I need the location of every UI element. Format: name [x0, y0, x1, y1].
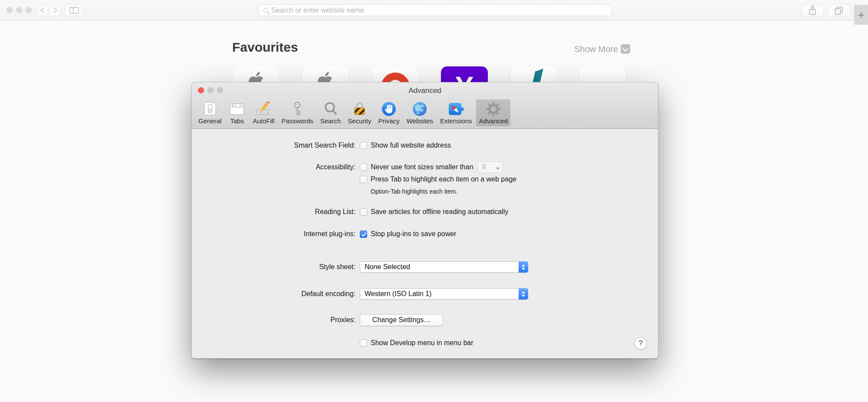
checkbox-label[interactable]: Show Develop menu in menu bar — [371, 339, 473, 347]
checkbox-show-develop-menu[interactable] — [360, 339, 367, 347]
help-button[interactable]: ? — [635, 337, 647, 349]
checkbox-label[interactable]: Press Tab to highlight each item on a we… — [371, 175, 516, 183]
selected-value: Western (ISO Latin 1) — [365, 290, 431, 298]
tab-security[interactable]: Security — [345, 99, 374, 126]
tab-label: Advanced — [479, 117, 508, 125]
tab-search[interactable]: Search — [318, 99, 344, 126]
magnifier-icon — [322, 101, 339, 117]
accessibility-note-row: Option-Tab highlights each item. — [192, 187, 658, 196]
field-label: Default encoding: — [192, 290, 355, 298]
address-bar[interactable] — [259, 4, 612, 16]
reading-list-row: Reading List: Save articles for offline … — [192, 206, 658, 217]
forward-button[interactable] — [49, 4, 61, 16]
field-label: Smart Search Field: — [192, 142, 355, 149]
back-button[interactable] — [36, 4, 48, 16]
tab-tabs[interactable]: Tabs — [226, 99, 248, 126]
autofill-icon — [255, 101, 272, 117]
option-tab-note: Option-Tab highlights each item. — [371, 188, 457, 195]
window-close-button[interactable] — [7, 7, 13, 13]
share-icon — [808, 5, 817, 16]
share-button[interactable] — [801, 4, 824, 16]
selected-value: None Selected — [365, 263, 410, 271]
preferences-window: Advanced General — [191, 82, 658, 359]
accessibility-row-tab: Press Tab to highlight each item on a we… — [192, 174, 658, 185]
checkbox-label[interactable]: Stop plug-ins to save power — [371, 230, 456, 238]
field-label: Internet plug-ins: — [192, 230, 355, 238]
preferences-titlebar: Advanced General — [192, 82, 658, 129]
tabs-icon — [228, 101, 246, 117]
checkbox-label[interactable]: Never use font sizes smaller than — [371, 163, 473, 171]
browser-toolbar: + — [0, 0, 868, 20]
develop-menu-row: Show Develop menu in menu bar — [192, 337, 658, 349]
forward-icon — [52, 7, 57, 13]
plus-icon: + — [858, 8, 864, 22]
gear-icon — [485, 101, 502, 117]
sidebar-toggle-button[interactable] — [65, 4, 83, 16]
show-more-button[interactable]: Show More — [574, 44, 618, 54]
tab-label: AutoFill — [253, 117, 274, 125]
key-icon — [289, 101, 306, 117]
tab-passwords[interactable]: Passwords — [279, 99, 316, 126]
field-label: Proxies: — [192, 316, 355, 324]
encoding-row: Default encoding: Western (ISO Latin 1) — [192, 288, 658, 300]
puzzle-icon — [447, 101, 465, 117]
preferences-tab-bar: General Tabs — [196, 99, 510, 126]
tab-extensions[interactable]: Extensions — [437, 99, 474, 126]
checkbox-stop-plugins[interactable] — [360, 231, 367, 238]
plugins-row: Internet plug-ins: Stop plug-ins to save… — [192, 228, 658, 240]
tab-label: Search — [320, 117, 341, 125]
checkbox-show-full-address[interactable] — [360, 142, 367, 149]
accessibility-row-font: Accessibility: Never use font sizes smal… — [192, 161, 658, 173]
tab-label: Websites — [407, 117, 433, 125]
tab-general[interactable]: General — [196, 99, 224, 126]
tab-autofill[interactable]: AutoFill — [250, 99, 277, 126]
smart-search-row: Smart Search Field: Show full website ad… — [192, 140, 658, 151]
lock-icon — [351, 101, 368, 117]
change-settings-button[interactable]: Change Settings… — [360, 314, 443, 326]
encoding-select[interactable]: Western (ISO Latin 1) — [360, 288, 528, 300]
tab-websites[interactable]: Websites — [404, 99, 436, 126]
search-icon — [263, 8, 268, 13]
tab-advanced[interactable]: Advanced — [476, 99, 510, 126]
font-size-value: 9 — [482, 163, 486, 171]
chevron-down-icon[interactable] — [621, 44, 630, 54]
new-tab-button[interactable]: + — [854, 5, 868, 25]
hand-icon — [380, 101, 398, 117]
question-mark-icon: ? — [638, 339, 642, 348]
tab-label: Security — [348, 117, 371, 125]
globe-icon — [411, 101, 428, 117]
style-sheet-row: Style sheet: None Selected — [192, 261, 658, 273]
tabs-overview-icon — [834, 6, 844, 15]
checkbox-press-tab-highlight[interactable] — [360, 176, 367, 183]
field-label: Reading List: — [192, 208, 355, 216]
style-sheet-select[interactable]: None Selected — [360, 261, 528, 273]
checkbox-label[interactable]: Show full website address — [371, 142, 451, 149]
tab-label: Passwords — [281, 117, 313, 125]
tab-label: General — [198, 117, 221, 125]
back-icon — [40, 7, 46, 13]
chevron-down-icon — [496, 165, 500, 169]
window-minimize-button[interactable] — [16, 7, 22, 13]
tab-label: Extensions — [440, 117, 472, 125]
checkbox-min-font-size[interactable] — [360, 164, 367, 171]
tab-label: Tabs — [230, 117, 244, 125]
window-zoom-button[interactable] — [26, 7, 32, 13]
field-label: Style sheet: — [192, 263, 355, 271]
general-icon — [201, 101, 219, 117]
page-title: Favourites — [232, 40, 298, 55]
dialog-title: Advanced — [192, 86, 658, 95]
field-label: Accessibility: — [192, 163, 355, 171]
search-input[interactable] — [271, 7, 607, 14]
sidebar-icon — [69, 7, 79, 14]
tab-privacy[interactable]: Privacy — [375, 99, 402, 126]
popup-arrows-icon — [519, 288, 528, 300]
font-size-select[interactable]: 9 — [478, 161, 503, 173]
tab-label: Privacy — [378, 117, 399, 125]
tab-overview-button[interactable] — [828, 4, 850, 16]
checkbox-save-offline[interactable] — [360, 208, 367, 216]
popup-arrows-icon — [519, 261, 528, 273]
checkbox-label[interactable]: Save articles for offline reading automa… — [371, 208, 508, 216]
proxies-row: Proxies: Change Settings… — [192, 314, 658, 326]
